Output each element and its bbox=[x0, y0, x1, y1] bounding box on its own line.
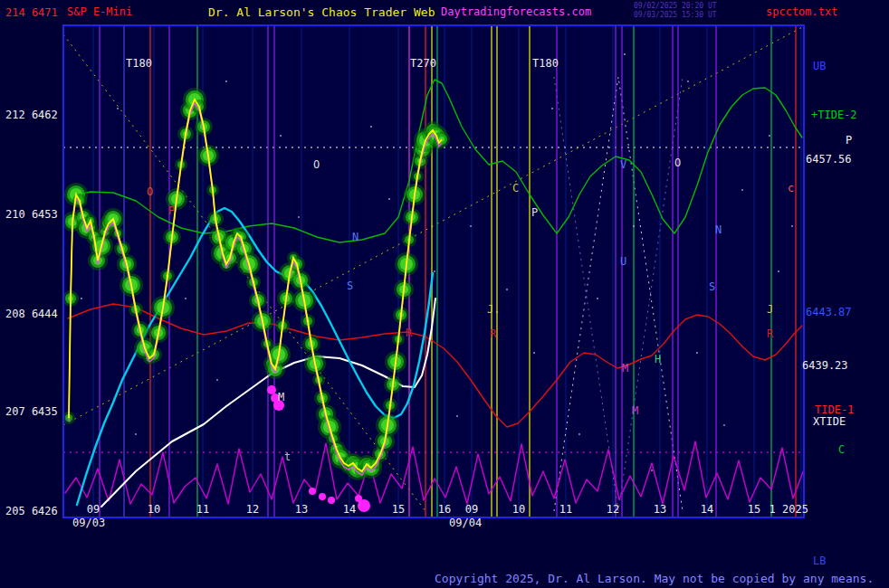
chart-letter: R bbox=[490, 327, 497, 340]
star-dot bbox=[624, 53, 626, 55]
star-dot bbox=[687, 81, 689, 82]
x-tick-label: 11 bbox=[196, 503, 209, 516]
right-axis-label-xtide: XTIDE bbox=[813, 415, 846, 428]
pivot-dot bbox=[328, 497, 335, 504]
star-dot bbox=[778, 270, 779, 272]
star-dot bbox=[651, 469, 653, 471]
timing-label: T180 bbox=[532, 57, 559, 70]
x-tick-label: 16 bbox=[438, 503, 451, 516]
star-dot bbox=[81, 298, 82, 299]
chart-letter: O bbox=[313, 158, 320, 171]
star-dot bbox=[185, 298, 186, 299]
chart-letter: O bbox=[147, 185, 153, 198]
chart-letter: P bbox=[531, 206, 538, 219]
star-dot bbox=[723, 424, 725, 426]
chart-letter: M bbox=[632, 404, 638, 417]
right-axis-label-c-marker: C bbox=[838, 443, 845, 456]
chart-letter: N bbox=[352, 231, 358, 243]
star-dot bbox=[135, 433, 137, 435]
chart-letter: R bbox=[406, 327, 413, 339]
chart-letter: M bbox=[278, 391, 284, 403]
star-dot bbox=[456, 415, 458, 417]
x-tick-label: 13 bbox=[295, 503, 308, 516]
x-tick-label: 10 bbox=[148, 503, 160, 516]
x-tick-label: 15 bbox=[748, 503, 760, 516]
star-dot bbox=[578, 433, 580, 435]
copyright-notice: Copyright 2025, Dr. Al Larson. May not b… bbox=[435, 572, 874, 585]
right-axis-label-price-6457: 6457.56 bbox=[806, 153, 852, 166]
star-dot bbox=[633, 225, 635, 227]
pivot-dot bbox=[358, 499, 370, 512]
timestamp-line-2: 09/03/2025 15:30 UT bbox=[634, 11, 717, 19]
symbol-label: S&P E-Mini bbox=[67, 5, 132, 18]
star-dot bbox=[388, 198, 390, 200]
chart-letter: N bbox=[715, 223, 722, 236]
right-axis-label-tide-plus-2: +TIDE-2 bbox=[811, 109, 857, 121]
right-axis-label-price-6443: 6443.87 bbox=[806, 306, 852, 318]
data-file-link[interactable]: spcctom.txt bbox=[766, 5, 837, 18]
star-dot bbox=[117, 108, 119, 109]
right-axis-label-ub: UB bbox=[813, 60, 826, 72]
star-dot bbox=[791, 225, 793, 227]
chart-letter: O bbox=[674, 156, 681, 169]
star-dot bbox=[225, 81, 227, 82]
pivot-dot bbox=[309, 488, 316, 495]
timing-label: T180 bbox=[126, 57, 152, 70]
star-dot bbox=[280, 135, 282, 137]
x-tick-label: 10 bbox=[512, 503, 525, 516]
star-dot bbox=[470, 225, 472, 227]
pivot-dot bbox=[319, 493, 326, 500]
right-axis-label-lb: LB bbox=[813, 555, 826, 567]
star-dot bbox=[434, 270, 435, 272]
chart-letter: R bbox=[767, 327, 774, 340]
star-dot bbox=[298, 216, 300, 218]
chart-letter: S bbox=[347, 280, 353, 292]
y-axis-label: 207 6435 bbox=[5, 405, 58, 418]
site-link[interactable]: Daytradingforecasts.com bbox=[441, 5, 591, 18]
star-dot bbox=[216, 379, 218, 381]
star-dot bbox=[597, 298, 598, 299]
y-axis-label: 210 6453 bbox=[5, 208, 58, 221]
timestamp-line-1: 09/02/2025 20:20 UT bbox=[634, 2, 717, 10]
star-dot bbox=[370, 126, 372, 128]
page-title: Dr. Al Larson's Chaos Trader Web bbox=[208, 5, 435, 19]
plot-background bbox=[63, 25, 804, 517]
right-axis-label-p-marker: P bbox=[846, 134, 852, 147]
star-dot bbox=[769, 135, 770, 137]
right-axis-label-price-6439: 6439.23 bbox=[802, 359, 848, 372]
star-dot bbox=[696, 352, 698, 354]
y-axis-label: 205 6426 bbox=[5, 505, 58, 517]
x-tick-label: 11 bbox=[559, 503, 572, 516]
x-date-label: 09/04 bbox=[449, 517, 482, 529]
chart-letter: U bbox=[620, 255, 626, 268]
x-tick-label: 13 bbox=[654, 503, 666, 516]
x-tick-label: 12 bbox=[607, 503, 619, 516]
price-chart: OPONSRMtJ.RCPVOUNSJRHMMcT180T270T180 bbox=[0, 0, 889, 588]
chart-letter: c bbox=[788, 182, 794, 194]
x-tick-label: 09 bbox=[87, 503, 100, 516]
y-axis-label: 208 6444 bbox=[5, 308, 58, 320]
star-dot bbox=[533, 352, 535, 354]
timing-label: T270 bbox=[410, 57, 436, 70]
y-axis-label: 212 6462 bbox=[5, 109, 58, 121]
chart-letter: M bbox=[622, 362, 628, 375]
chart-letter: V bbox=[620, 158, 626, 171]
x-tick-label: 1 bbox=[769, 503, 775, 516]
x-year-label: 2025 bbox=[782, 503, 808, 516]
chart-letter: P bbox=[168, 204, 175, 217]
chart-letter: J. bbox=[487, 303, 500, 316]
pivot-dot bbox=[267, 385, 276, 394]
x-tick-label: 14 bbox=[343, 503, 356, 516]
y-axis-label: 214 6471 bbox=[5, 6, 58, 19]
x-tick-label: 15 bbox=[392, 503, 405, 516]
star-dot bbox=[506, 289, 508, 290]
chart-letter: J bbox=[767, 303, 773, 316]
chart-letter: t bbox=[284, 450, 291, 463]
chart-letter: C bbox=[512, 182, 519, 194]
chart-letter: S bbox=[709, 280, 715, 293]
star-dot bbox=[741, 189, 743, 191]
chart-letter: H bbox=[655, 353, 661, 365]
x-tick-label: 09 bbox=[465, 503, 478, 516]
right-axis-label-tide-1: TIDE-1 bbox=[815, 403, 854, 416]
star-dot bbox=[551, 108, 553, 109]
